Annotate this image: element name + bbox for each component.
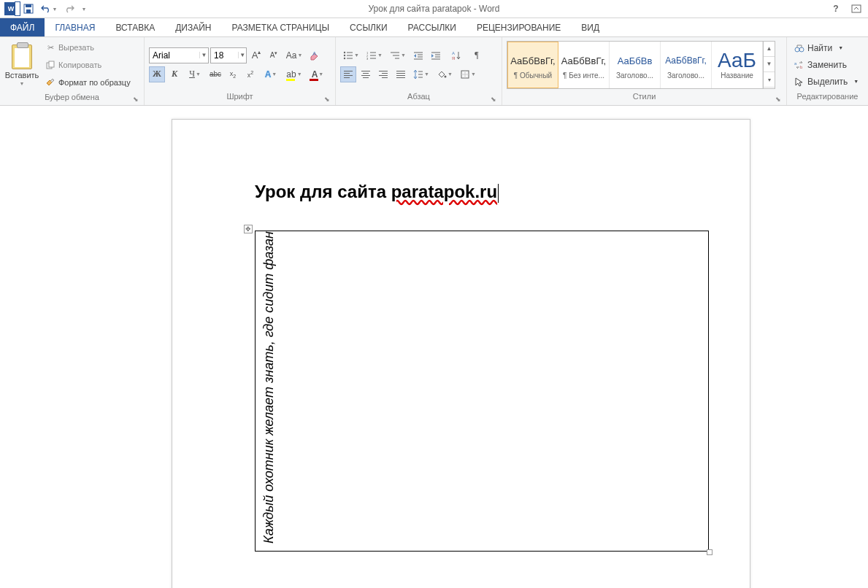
svg-point-35 <box>445 75 447 77</box>
highlight-button[interactable]: ab▼ <box>283 66 305 82</box>
grow-font-button[interactable]: A▴ <box>248 47 264 63</box>
font-launcher[interactable]: ⬊ <box>324 96 333 104</box>
svg-point-7 <box>344 51 345 53</box>
paragraph-launcher[interactable]: ⬊ <box>491 96 499 104</box>
group-editing-label: Редактирование <box>787 92 868 105</box>
gallery-more-button[interactable]: ▾ <box>764 72 775 88</box>
style-item-heading2[interactable]: АаБбВвГг, Заголово... <box>661 42 712 88</box>
style-preview: АаБбВвГг, <box>665 50 707 71</box>
paste-button[interactable]: Вставить ▼ <box>4 43 39 88</box>
subscript-button[interactable]: x2 <box>225 66 241 82</box>
qat-customize-button[interactable]: ▾ <box>79 1 89 17</box>
svg-text:A: A <box>312 50 317 57</box>
replace-button[interactable]: ab Заменить <box>791 57 861 73</box>
styles-launcher[interactable]: ⬊ <box>775 96 784 104</box>
clear-formatting-button[interactable]: A <box>307 47 323 63</box>
sort-button[interactable]: АЯ <box>445 47 467 63</box>
format-painter-button[interactable]: Формат по образцу <box>42 74 134 90</box>
tab-page-layout[interactable]: РАЗМЕТКА СТРАНИЦЫ <box>222 18 340 36</box>
bold-button[interactable]: Ж <box>149 66 165 82</box>
tab-review[interactable]: РЕЦЕНЗИРОВАНИЕ <box>466 18 571 36</box>
font-size-combo[interactable]: ▼ <box>210 47 247 63</box>
document-area[interactable]: Урок для сайта paratapok.ru ✥ Каждый охо… <box>0 106 868 588</box>
font-name-input[interactable] <box>150 48 199 63</box>
redo-icon <box>64 4 74 13</box>
indent-right-icon <box>431 51 441 60</box>
underline-button[interactable]: Ч▼ <box>184 66 206 82</box>
document-heading[interactable]: Урок для сайта paratapok.ru <box>255 182 499 203</box>
font-color-button[interactable]: A▼ <box>307 66 329 82</box>
binoculars-icon <box>794 44 804 53</box>
shrink-font-button[interactable]: A▾ <box>266 47 282 63</box>
borders-button[interactable]: ▼ <box>457 66 479 82</box>
font-name-combo[interactable]: ▼ <box>149 47 209 63</box>
help-button[interactable]: ? <box>829 2 843 15</box>
tab-insert[interactable]: ВСТАВКА <box>105 18 165 36</box>
font-size-input[interactable] <box>211 48 238 63</box>
superscript-button[interactable]: x2 <box>242 66 258 82</box>
window-title: Урок для сайта paratapok - Word <box>368 4 499 14</box>
find-button[interactable]: Найти ▼ <box>791 40 861 56</box>
show-marks-button[interactable]: ¶ <box>469 47 485 63</box>
table-resize-handle[interactable] <box>707 549 713 555</box>
group-clipboard: Вставить ▼ ✂ Вырезать Копировать <box>0 37 145 105</box>
align-right-button[interactable] <box>375 66 391 82</box>
multilevel-list-button[interactable]: ▼ <box>387 47 409 63</box>
brush-icon <box>45 77 55 88</box>
style-item-nospacing[interactable]: АаБбВвГг, ¶ Без инте... <box>558 42 610 88</box>
undo-icon <box>41 4 51 13</box>
style-item-title[interactable]: АаБ Название <box>712 42 763 88</box>
ribbon-display-icon <box>851 4 861 13</box>
document-page[interactable]: Урок для сайта paratapok.ru ✥ Каждый охо… <box>172 119 750 588</box>
style-item-normal[interactable]: АаБбВвГг, ¶ Обычный <box>507 42 558 88</box>
decrease-indent-button[interactable] <box>410 47 426 63</box>
title-right-buttons: ? <box>829 2 864 15</box>
numbering-button[interactable]: 123▼ <box>364 47 385 63</box>
select-button[interactable]: Выделить ▼ <box>791 74 861 90</box>
group-paragraph-label: Абзац <box>336 92 502 105</box>
tab-mailings[interactable]: РАССЫЛКИ <box>398 18 466 36</box>
text-effects-button[interactable]: A▼ <box>260 66 282 82</box>
redo-button[interactable] <box>61 1 77 17</box>
replace-label: Заменить <box>807 60 847 70</box>
strikethrough-button[interactable]: abc <box>207 66 223 82</box>
tab-file[interactable]: ФАЙЛ <box>0 18 45 36</box>
change-case-button[interactable]: Aa▼ <box>283 47 305 63</box>
style-name: ¶ Без инте... <box>563 71 604 80</box>
align-left-button[interactable] <box>340 66 356 82</box>
style-item-heading1[interactable]: АаБбВв Заголово... <box>610 42 661 88</box>
cut-button[interactable]: ✂ Вырезать <box>42 39 134 55</box>
table-cell-text[interactable]: Каждый охотник желает знать, где сидит ф… <box>261 231 277 543</box>
undo-button[interactable]: ▼ <box>38 1 60 17</box>
group-font-label: Шрифт <box>145 92 335 105</box>
table-move-handle[interactable]: ✥ <box>244 225 253 233</box>
shading-button[interactable]: ▼ <box>434 66 456 82</box>
tab-references[interactable]: ССЫЛКИ <box>339 18 397 36</box>
line-spacing-button[interactable]: ▼ <box>410 66 432 82</box>
tab-view[interactable]: ВИД <box>571 18 610 36</box>
svg-rect-3 <box>852 5 861 12</box>
numbering-icon: 123 <box>366 51 377 60</box>
style-name: ¶ Обычный <box>514 71 552 80</box>
gallery-up-button[interactable]: ▲ <box>764 42 775 57</box>
align-justify-button[interactable] <box>393 66 409 82</box>
gallery-down-button[interactable]: ▼ <box>764 57 775 72</box>
align-center-button[interactable] <box>358 66 374 82</box>
clipboard-launcher[interactable]: ⬊ <box>133 96 142 104</box>
ribbon-display-button[interactable] <box>849 2 864 15</box>
tab-home[interactable]: ГЛАВНАЯ <box>45 18 105 36</box>
word-app-icon[interactable]: W <box>3 1 19 17</box>
save-button[interactable] <box>20 1 37 17</box>
tab-design[interactable]: ДИЗАЙН <box>165 18 221 36</box>
save-icon <box>23 4 34 14</box>
gallery-scroll: ▲ ▼ ▾ <box>763 42 775 88</box>
style-preview: АаБ <box>718 50 756 71</box>
style-preview: АаБбВвГг, <box>510 50 555 71</box>
increase-indent-button[interactable] <box>428 47 444 63</box>
bullets-button[interactable]: ▼ <box>340 47 362 63</box>
italic-button[interactable]: К <box>166 66 183 82</box>
copy-button[interactable]: Копировать <box>42 57 134 73</box>
document-table[interactable]: Каждый охотник желает знать, где сидит ф… <box>255 231 709 552</box>
bullets-icon <box>343 51 353 60</box>
svg-rect-2 <box>26 9 31 13</box>
